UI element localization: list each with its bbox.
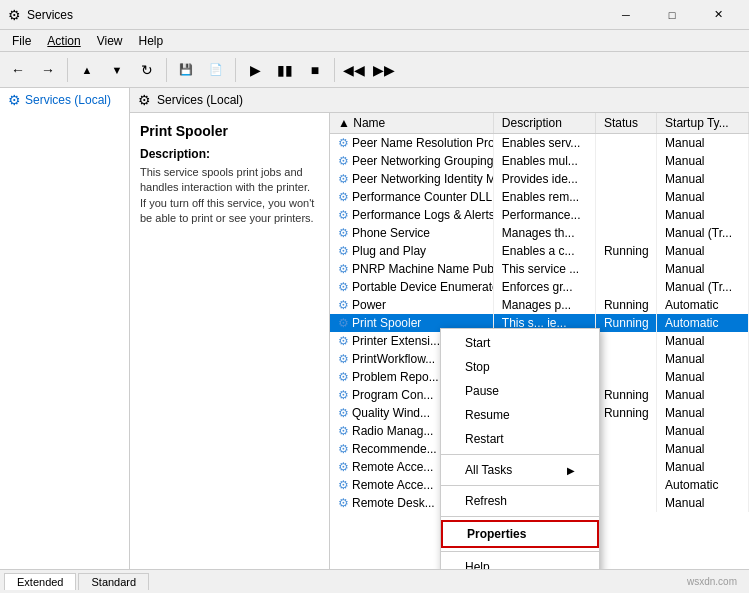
service-name-cell: ⚙Performance Logs & Alerts [330, 206, 493, 224]
service-startup-cell: Manual [657, 368, 749, 386]
service-startup-cell: Manual [657, 206, 749, 224]
service-status-cell [595, 422, 656, 440]
menu-item-help[interactable]: Help [131, 32, 172, 50]
maximize-button[interactable]: □ [649, 0, 695, 30]
context-menu-item-start[interactable]: Start [441, 331, 599, 355]
menu-item-view[interactable]: View [89, 32, 131, 50]
table-row[interactable]: ⚙Peer Networking Identity M...Provides i… [330, 170, 749, 188]
menu-item-file[interactable]: File [4, 32, 39, 50]
col-header-status[interactable]: Status [595, 113, 656, 134]
context-menu-separator [441, 485, 599, 486]
left-panel-services-local[interactable]: ⚙ Services (Local) [0, 88, 129, 112]
context-menu-item-properties[interactable]: Properties [441, 520, 599, 548]
table-row[interactable]: ⚙Peer Networking GroupingEnables mul...M… [330, 152, 749, 170]
toolbar-refresh[interactable]: ↻ [133, 56, 161, 84]
title-bar-icon: ⚙ [8, 7, 21, 23]
service-icon: ⚙ [338, 208, 349, 222]
context-menu-item-refresh[interactable]: Refresh [441, 489, 599, 513]
title-bar-title: Services [27, 8, 603, 22]
col-header-desc[interactable]: Description [493, 113, 595, 134]
desc-pane: Print Spooler Description: This service … [130, 113, 330, 569]
minimize-button[interactable]: ─ [603, 0, 649, 30]
table-row[interactable]: ⚙Peer Name Resolution Prot...Enables ser… [330, 134, 749, 153]
toolbar-rewind[interactable]: ◀◀ [340, 56, 368, 84]
toolbar-export[interactable]: 💾 [172, 56, 200, 84]
context-menu-item-stop[interactable]: Stop [441, 355, 599, 379]
service-status-cell [595, 224, 656, 242]
table-row[interactable]: ⚙Performance Counter DLL ...Enables rem.… [330, 188, 749, 206]
toolbar-back[interactable]: ← [4, 56, 32, 84]
menu-item-action[interactable]: Action [39, 32, 88, 50]
toolbar-sep4 [334, 58, 335, 82]
service-startup-cell: Manual [657, 494, 749, 512]
service-status-cell [595, 134, 656, 153]
service-status-cell [595, 170, 656, 188]
toolbar-pause[interactable]: ▮▮ [271, 56, 299, 84]
context-menu-item-restart[interactable]: Restart [441, 427, 599, 451]
service-name-cell: ⚙Phone Service [330, 224, 493, 242]
service-status-cell [595, 476, 656, 494]
service-startup-cell: Manual [657, 332, 749, 350]
service-startup-cell: Manual [657, 152, 749, 170]
context-menu-item-resume[interactable]: Resume [441, 403, 599, 427]
service-startup-cell: Manual [657, 458, 749, 476]
left-panel-label: Services (Local) [25, 93, 111, 107]
service-icon: ⚙ [338, 460, 349, 474]
service-desc-cell: Enables mul... [493, 152, 595, 170]
context-menu-item-all-tasks[interactable]: All Tasks▶ [441, 458, 599, 482]
table-row[interactable]: ⚙PNRP Machine Name Publi...This service … [330, 260, 749, 278]
service-status-cell [595, 278, 656, 296]
tab-standard[interactable]: Standard [78, 573, 149, 590]
table-row[interactable]: ⚙PowerManages p...RunningAutomatic [330, 296, 749, 314]
service-status-cell [595, 440, 656, 458]
context-menu-item-pause[interactable]: Pause [441, 379, 599, 403]
service-icon: ⚙ [338, 406, 349, 420]
close-button[interactable]: ✕ [695, 0, 741, 30]
service-icon: ⚙ [338, 244, 349, 258]
context-menu-item-help[interactable]: Help [441, 555, 599, 569]
toolbar-fastforward[interactable]: ▶▶ [370, 56, 398, 84]
service-startup-cell: Manual [657, 386, 749, 404]
toolbar-play[interactable]: ▶ [241, 56, 269, 84]
service-startup-cell: Manual [657, 242, 749, 260]
table-row[interactable]: ⚙Portable Device Enumerator...Enforces g… [330, 278, 749, 296]
service-startup-cell: Manual (Tr... [657, 224, 749, 242]
toolbar-sep2 [166, 58, 167, 82]
service-startup-cell: Manual [657, 134, 749, 153]
service-startup-cell: Manual [657, 440, 749, 458]
service-icon: ⚙ [338, 154, 349, 168]
toolbar-props[interactable]: 📄 [202, 56, 230, 84]
service-status-cell [595, 152, 656, 170]
main-area: ⚙ Services (Local) ⚙ Services (Local) Pr… [0, 88, 749, 569]
service-desc-cell: Manages th... [493, 224, 595, 242]
col-header-startup[interactable]: Startup Ty... [657, 113, 749, 134]
col-header-name[interactable]: ▲ Name [330, 113, 493, 134]
service-icon: ⚙ [338, 298, 349, 312]
service-icon: ⚙ [338, 172, 349, 186]
service-status-cell: Running [595, 242, 656, 260]
context-menu: StartStopPauseResumeRestartAll Tasks▶Ref… [440, 328, 600, 569]
submenu-arrow-icon: ▶ [567, 465, 575, 476]
table-row[interactable]: ⚙Performance Logs & AlertsPerformance...… [330, 206, 749, 224]
panel-header: ⚙ Services (Local) [130, 88, 749, 113]
service-name-cell: ⚙Peer Networking Grouping [330, 152, 493, 170]
toolbar-stop[interactable]: ■ [301, 56, 329, 84]
service-desc-cell: Enables a c... [493, 242, 595, 260]
service-desc-cell: Enforces gr... [493, 278, 595, 296]
right-panel: ⚙ Services (Local) Print Spooler Descrip… [130, 88, 749, 569]
service-desc-cell: Performance... [493, 206, 595, 224]
service-status-cell [595, 332, 656, 350]
services-table-container[interactable]: ▲ Name Description Status Startup Ty... … [330, 113, 749, 569]
tab-extended[interactable]: Extended [4, 573, 76, 590]
toolbar-forward[interactable]: → [34, 56, 62, 84]
status-bar: Extended Standard wsxdn.com [0, 569, 749, 593]
context-menu-separator [441, 454, 599, 455]
service-icon: ⚙ [338, 280, 349, 294]
toolbar-up[interactable]: ▲ [73, 56, 101, 84]
table-row[interactable]: ⚙Phone ServiceManages th...Manual (Tr... [330, 224, 749, 242]
toolbar-sep3 [235, 58, 236, 82]
service-startup-cell: Automatic [657, 476, 749, 494]
toolbar-down[interactable]: ▼ [103, 56, 131, 84]
service-name-cell: ⚙Power [330, 296, 493, 314]
table-row[interactable]: ⚙Plug and PlayEnables a c...RunningManua… [330, 242, 749, 260]
